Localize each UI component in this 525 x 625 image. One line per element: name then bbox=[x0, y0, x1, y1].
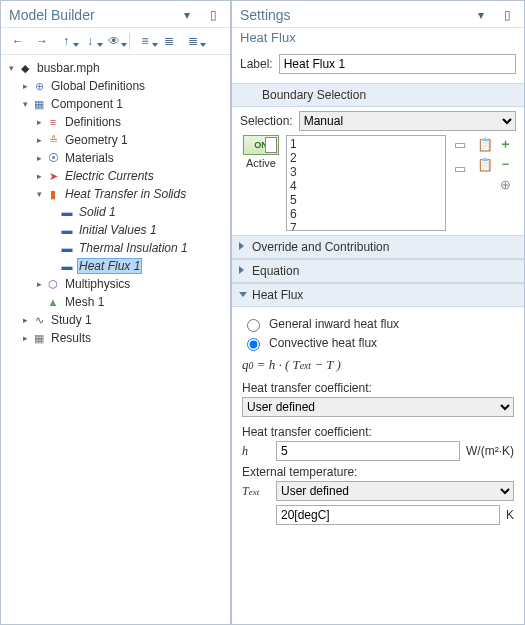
zoom-selection-icon[interactable]: ⊕ bbox=[496, 175, 514, 193]
add-icon[interactable]: ＋ bbox=[496, 135, 514, 153]
tree-node-root[interactable]: ▾◆busbar.mph bbox=[3, 59, 228, 77]
nav-up-icon[interactable]: ↑ bbox=[55, 31, 77, 51]
ext-temp-symbol: Text bbox=[242, 484, 270, 499]
model-builder-title-bar: Model Builder ▾ ▯ bbox=[1, 1, 230, 28]
active-toggle[interactable]: ON bbox=[243, 135, 279, 155]
nav-back-icon[interactable]: ← bbox=[7, 31, 29, 51]
list-item[interactable]: 5 bbox=[290, 193, 442, 207]
model-icon: ◆ bbox=[17, 60, 33, 76]
electric-currents-icon: ➤ bbox=[45, 168, 61, 184]
list-item[interactable]: 2 bbox=[290, 151, 442, 165]
ext-temp-value-input[interactable] bbox=[276, 505, 500, 525]
boundary-selection-body: Selection: Manual ON Active 1 2 3 4 5 6 … bbox=[232, 107, 524, 235]
list-item[interactable]: 1 bbox=[290, 137, 442, 151]
settings-title-bar: Settings ▾ ▯ bbox=[232, 1, 524, 28]
remove-icon[interactable]: － bbox=[496, 155, 514, 173]
initial-values-icon: ▬ bbox=[59, 222, 75, 238]
tree-node-solid[interactable]: ▬Solid 1 bbox=[3, 203, 228, 221]
show-icon[interactable]: 👁 bbox=[103, 31, 125, 51]
settings-title: Settings bbox=[240, 7, 470, 23]
tree-node-heat-transfer[interactable]: ▾▮Heat Transfer in Solids bbox=[3, 185, 228, 203]
boundary-list[interactable]: 1 2 3 4 5 6 7 9 (not applicable) bbox=[286, 135, 446, 231]
copy-selection-icon[interactable]: 📋 bbox=[476, 155, 494, 173]
ext-temp-unit: K bbox=[506, 508, 514, 522]
tree-node-initial-values[interactable]: ▬Initial Values 1 bbox=[3, 221, 228, 239]
close-icon[interactable]: ▯ bbox=[202, 5, 224, 25]
collapse-all-icon[interactable]: ≡ bbox=[134, 31, 156, 51]
clear-selection-icon[interactable]: ▭ bbox=[451, 159, 469, 177]
list-item[interactable]: 7 bbox=[290, 221, 442, 231]
thermal-insulation-icon: ▬ bbox=[59, 240, 75, 256]
equation-display: q0 = h · ( Text − T ) bbox=[242, 357, 514, 373]
tree-node-thermal-insulation[interactable]: ▬Thermal Insulation 1 bbox=[3, 239, 228, 257]
settings-panel: Settings ▾ ▯ Heat Flux Label: Boundary S… bbox=[231, 0, 525, 625]
htc-unit: W/(m²·K) bbox=[466, 444, 514, 458]
selection-caption: Selection: bbox=[240, 114, 293, 128]
heat-transfer-icon: ▮ bbox=[45, 186, 61, 202]
tree-node-mesh[interactable]: ▲Mesh 1 bbox=[3, 293, 228, 311]
model-builder-panel: Model Builder ▾ ▯ ← → ↑ ↓ 👁 ≡ ≣ ≣ ▾◆busb… bbox=[0, 0, 231, 625]
results-icon: ▦ bbox=[31, 330, 47, 346]
materials-icon: ⦿ bbox=[45, 150, 61, 166]
ext-temp-label: External temperature: bbox=[242, 465, 514, 479]
geometry-icon: ≙ bbox=[45, 132, 61, 148]
expand-icon[interactable]: ≣ bbox=[158, 31, 180, 51]
list-item[interactable]: 6 bbox=[290, 207, 442, 221]
htc-mode-label: Heat transfer coefficient: bbox=[242, 381, 514, 395]
htc-mode-dropdown[interactable]: User defined bbox=[242, 397, 514, 417]
tree-node-global-defs[interactable]: ▸⊕Global Definitions bbox=[3, 77, 228, 95]
tree-node-heat-flux[interactable]: ▬Heat Flux 1 bbox=[3, 257, 228, 275]
radio-general-inward[interactable] bbox=[247, 319, 260, 332]
tree-node-study[interactable]: ▸∿Study 1 bbox=[3, 311, 228, 329]
ext-temp-mode-dropdown[interactable]: User defined bbox=[276, 481, 514, 501]
nav-down-icon[interactable]: ↓ bbox=[79, 31, 101, 51]
selection-mode-dropdown[interactable]: Manual bbox=[299, 111, 516, 131]
tree-node-materials[interactable]: ▸⦿Materials bbox=[3, 149, 228, 167]
component-icon: ▦ bbox=[31, 96, 47, 112]
mesh-icon: ▲ bbox=[45, 294, 61, 310]
expand-all-icon[interactable]: ≣ bbox=[182, 31, 204, 51]
label-input[interactable] bbox=[279, 54, 516, 74]
minimize-icon[interactable]: ▾ bbox=[176, 5, 198, 25]
tree-node-definitions[interactable]: ▸≡Definitions bbox=[3, 113, 228, 131]
globe-icon: ⊕ bbox=[31, 78, 47, 94]
model-builder-title: Model Builder bbox=[9, 7, 176, 23]
radio-general-label: General inward heat flux bbox=[269, 317, 399, 331]
active-label: Active bbox=[240, 157, 282, 169]
heat-flux-body: General inward heat flux Convective heat… bbox=[232, 307, 524, 535]
solid-icon: ▬ bbox=[59, 204, 75, 220]
model-tree[interactable]: ▾◆busbar.mph ▸⊕Global Definitions ▾▦Comp… bbox=[1, 55, 230, 624]
settings-subtitle: Heat Flux bbox=[232, 28, 524, 51]
definitions-icon: ≡ bbox=[45, 114, 61, 130]
tree-node-multiphysics[interactable]: ▸⬡Multiphysics bbox=[3, 275, 228, 293]
section-boundary-selection: Boundary Selection bbox=[232, 83, 524, 107]
list-item[interactable]: 3 bbox=[290, 165, 442, 179]
htc-value-input[interactable] bbox=[276, 441, 460, 461]
tree-node-component[interactable]: ▾▦Component 1 bbox=[3, 95, 228, 113]
nav-forward-icon[interactable]: → bbox=[31, 31, 53, 51]
model-builder-toolbar: ← → ↑ ↓ 👁 ≡ ≣ ≣ bbox=[1, 28, 230, 55]
multiphysics-icon: ⬡ bbox=[45, 276, 61, 292]
section-override[interactable]: Override and Contribution bbox=[232, 235, 524, 259]
label-caption: Label: bbox=[240, 57, 273, 71]
tree-node-electric-currents[interactable]: ▸➤Electric Currents bbox=[3, 167, 228, 185]
close-icon[interactable]: ▯ bbox=[496, 5, 518, 25]
study-icon: ∿ bbox=[31, 312, 47, 328]
htc-symbol: h bbox=[242, 444, 270, 459]
section-heat-flux[interactable]: Heat Flux bbox=[232, 283, 524, 307]
tree-node-geometry[interactable]: ▸≙Geometry 1 bbox=[3, 131, 228, 149]
heat-flux-icon: ▬ bbox=[59, 258, 75, 274]
radio-convective[interactable] bbox=[247, 338, 260, 351]
paste-selection-icon[interactable]: 📋 bbox=[476, 135, 494, 153]
htc-value-label: Heat transfer coefficient: bbox=[242, 425, 514, 439]
section-equation[interactable]: Equation bbox=[232, 259, 524, 283]
radio-convective-label: Convective heat flux bbox=[269, 336, 377, 350]
tree-node-results[interactable]: ▸▦Results bbox=[3, 329, 228, 347]
list-item[interactable]: 4 bbox=[290, 179, 442, 193]
minimize-icon[interactable]: ▾ bbox=[470, 5, 492, 25]
select-all-icon[interactable]: ▭ bbox=[451, 135, 469, 153]
